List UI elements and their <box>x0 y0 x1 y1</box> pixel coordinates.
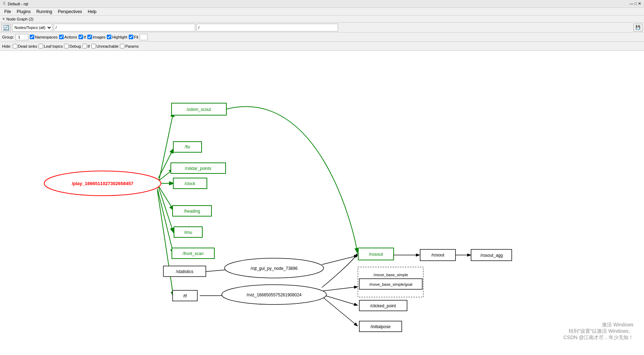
svg-text:/rosout_agg: /rosout_agg <box>480 253 503 258</box>
actions-checkbox[interactable] <box>59 35 64 39</box>
hide-tf-checkbox[interactable] <box>82 44 87 48</box>
unreachable-checkbox[interactable] <box>91 44 96 48</box>
menu-perspectives[interactable]: Perspectives <box>55 8 85 15</box>
svg-text:/tf: /tf <box>183 294 187 298</box>
fit-checkbox-label[interactable]: Fit <box>129 35 138 39</box>
svg-text:/rslidar_points: /rslidar_points <box>185 166 211 171</box>
svg-text:/move_base_simple: /move_base_simple <box>373 273 408 277</box>
menu-help[interactable]: Help <box>85 8 99 15</box>
app-icon: ⠿ <box>3 1 6 6</box>
leaf-topics-text: Leaf topics <box>44 44 63 48</box>
svg-line-14 <box>322 295 357 305</box>
svg-text:/rqt_gui_py_node_73896: /rqt_gui_py_node_73896 <box>251 266 298 271</box>
namespaces-checkbox[interactable] <box>30 35 34 39</box>
svg-text:/odom_scout: /odom_scout <box>187 107 211 112</box>
tf-label: tf <box>84 35 86 39</box>
leaf-topics-label[interactable]: Leaf topics <box>39 44 63 48</box>
params-label[interactable]: Params <box>120 44 139 48</box>
svg-text:/rviz_1666505575261908024: /rviz_1666505575261908024 <box>246 292 302 297</box>
menu-file[interactable]: File <box>1 8 14 15</box>
svg-text:/move_base_simple/goal: /move_base_simple/goal <box>369 282 412 286</box>
fit-label: Fit <box>134 35 138 39</box>
toolbar-row3: Hide: Dead sinks Leaf topics Debug tf Un… <box>0 42 644 51</box>
hide-label: Hide: <box>2 44 11 48</box>
hide-tf-text: tf <box>88 44 90 48</box>
graph-svg: /play_1666511027302658457 /odom_scout /f… <box>0 51 644 355</box>
svg-text:/statistics: /statistics <box>176 269 193 274</box>
svg-line-5 <box>158 187 173 232</box>
save-button[interactable]: 💾 <box>633 24 643 31</box>
svg-text:/rosout: /rosout <box>431 253 445 258</box>
graph-canvas[interactable]: /play_1666511027302658457 /odom_scout /f… <box>0 51 644 355</box>
titlebar: ⠿ Default - rqt — □ ✕ <box>0 0 644 8</box>
svg-text:/heading: /heading <box>184 209 200 214</box>
fit-checkbox[interactable] <box>129 35 133 39</box>
highlight-checkbox[interactable] <box>107 35 111 39</box>
filter1-input[interactable] <box>54 24 195 31</box>
toolbar-row2: Group: Namespaces Actions tf Images High… <box>0 32 644 42</box>
svg-text:/play_1666511027302658457: /play_1666511027302658457 <box>72 181 133 186</box>
images-checkbox[interactable] <box>87 35 92 39</box>
dead-sinks-text: Dead sinks <box>18 44 37 48</box>
actions-checkbox-label[interactable]: Actions <box>59 35 77 39</box>
svg-text:/initialpose: /initialpose <box>371 324 391 329</box>
group-label: Group: <box>2 35 14 39</box>
svg-line-13 <box>322 287 357 291</box>
close-icon[interactable]: ✕ <box>2 17 5 21</box>
filter2-input[interactable] <box>197 24 338 31</box>
window-controls[interactable]: — □ ✕ <box>630 1 641 6</box>
display-mode-select[interactable]: Nodes/Topics (all) Nodes only Topics onl… <box>12 24 52 31</box>
params-text: Params <box>125 44 139 48</box>
menubar: File Plugins Running Perspectives Help <box>0 8 644 16</box>
svg-line-4 <box>158 186 173 210</box>
unreachable-label[interactable]: Unreachable <box>91 44 118 48</box>
highlight-label: Highlight <box>112 35 127 39</box>
toolbar-row1: 🔄 Nodes/Topics (all) Nodes only Topics o… <box>0 23 644 32</box>
namespaces-label: Namespaces <box>35 35 58 39</box>
leaf-topics-checkbox[interactable] <box>39 44 43 48</box>
menu-plugins[interactable]: Plugins <box>14 8 33 15</box>
svg-text:/clock: /clock <box>185 181 196 186</box>
images-label: Images <box>93 35 105 39</box>
hide-tf-label[interactable]: tf <box>82 44 90 48</box>
svg-text:/clicked_point: /clicked_point <box>370 303 396 308</box>
window-title: Default - rqt <box>8 2 630 6</box>
tf-checkbox-label[interactable]: tf <box>79 35 86 39</box>
dead-sinks-label[interactable]: Dead sinks <box>13 44 37 48</box>
svg-line-15 <box>322 296 357 326</box>
debug-label[interactable]: Debug <box>64 44 81 48</box>
highlight-checkbox-label[interactable]: Highlight <box>107 35 127 39</box>
unreachable-text: Unreachable <box>97 44 118 48</box>
node-graph-title: Node Graph (2) <box>6 17 33 21</box>
params-checkbox[interactable] <box>120 44 124 48</box>
svg-text:/imu: /imu <box>184 230 192 235</box>
svg-text:/fix: /fix <box>185 144 190 149</box>
debug-text: Debug <box>69 44 81 48</box>
node-graph-bar: ✕ Node Graph (2) <box>0 16 644 23</box>
menu-running[interactable]: Running <box>34 8 55 15</box>
dead-sinks-checkbox[interactable] <box>13 44 17 48</box>
actions-label: Actions <box>64 35 77 39</box>
group-input[interactable] <box>16 34 28 40</box>
namespaces-checkbox-label[interactable]: Namespaces <box>30 35 58 39</box>
svg-text:/front_scan: /front_scan <box>182 251 203 256</box>
debug-checkbox[interactable] <box>64 44 69 48</box>
images-checkbox-label[interactable]: Images <box>87 35 105 39</box>
refresh-button[interactable]: 🔄 <box>1 24 11 31</box>
color-picker[interactable] <box>140 34 147 40</box>
svg-text:/rosout: /rosout <box>369 252 383 257</box>
tf-checkbox[interactable] <box>79 35 83 39</box>
